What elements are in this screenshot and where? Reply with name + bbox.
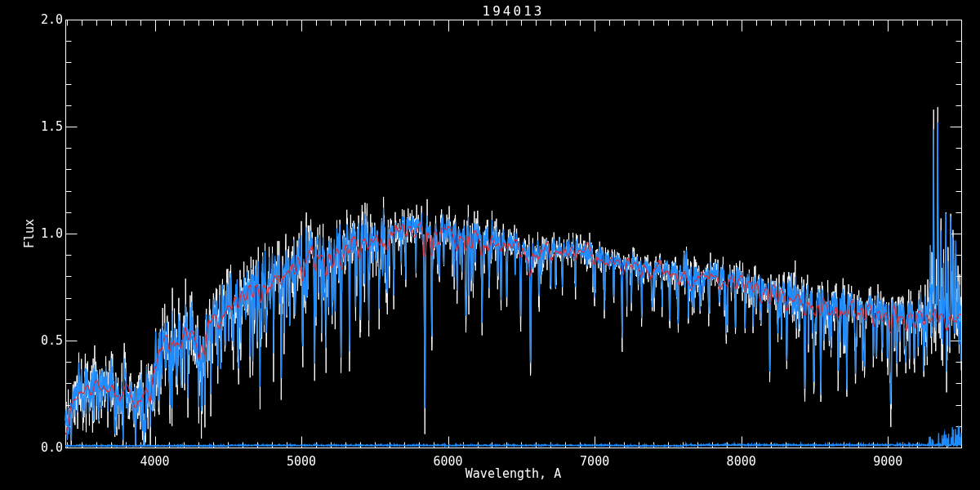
y-tick-label: 0.5 bbox=[23, 334, 63, 347]
spectrum-plot-canvas bbox=[0, 0, 980, 490]
y-tick-label: 1.5 bbox=[23, 120, 63, 133]
y-tick-label: 1.0 bbox=[23, 227, 63, 240]
x-tick-label: 4000 bbox=[118, 454, 192, 469]
x-tick-label: 5000 bbox=[265, 454, 338, 469]
x-axis-title: Wavelength, A bbox=[65, 466, 961, 481]
y-tick-label: 0.0 bbox=[23, 441, 63, 454]
spectrum-viewer: 194013 Flux Wavelength, A 0.00.51.01.52.… bbox=[0, 0, 980, 490]
plot-title: 194013 bbox=[65, 3, 961, 19]
y-tick-label: 2.0 bbox=[23, 13, 63, 26]
x-tick-label: 8000 bbox=[705, 454, 778, 469]
x-tick-label: 7000 bbox=[558, 454, 631, 469]
x-tick-label: 9000 bbox=[851, 454, 924, 469]
x-tick-label: 6000 bbox=[412, 454, 485, 469]
